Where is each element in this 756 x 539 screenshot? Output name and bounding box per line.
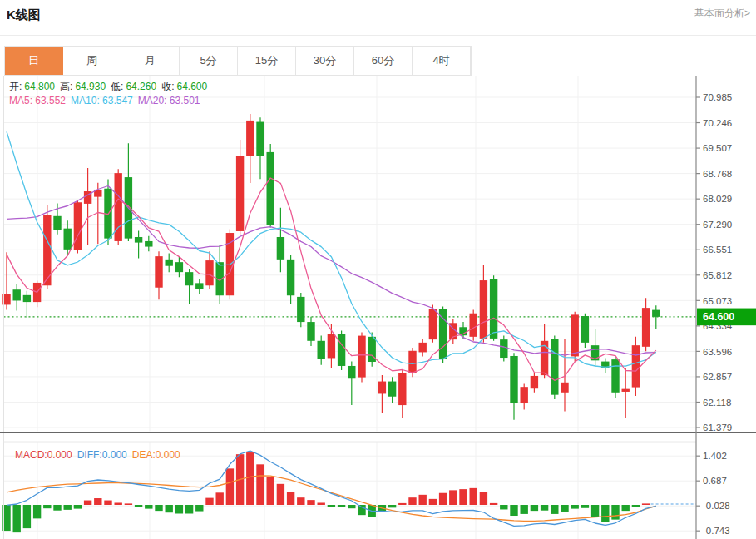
macd-bar xyxy=(622,505,630,511)
macd-bar xyxy=(318,502,325,505)
macd-bar xyxy=(348,505,355,508)
current-price-tag-value: 64.600 xyxy=(703,311,734,323)
candle-body xyxy=(429,309,437,339)
candle-body xyxy=(166,260,173,266)
candle-body xyxy=(490,279,497,338)
candle-body xyxy=(64,229,72,250)
axis-tick-label: 61.379 xyxy=(703,423,732,433)
macd-bar xyxy=(175,505,183,513)
ma-legend-ma20: MA20: 63.501 xyxy=(138,95,203,106)
macd-bar xyxy=(256,464,264,505)
candle-body xyxy=(53,216,61,230)
candle-body xyxy=(470,314,477,337)
candle-body xyxy=(571,314,579,356)
macd-bar xyxy=(551,505,558,514)
ma-legend-ma5-text: MA5: 63.552 xyxy=(9,95,66,106)
axis-tick-label: 62.118 xyxy=(703,398,731,408)
candle-body xyxy=(205,260,213,285)
axis-tick-label: 66.551 xyxy=(703,245,732,255)
macd-bar xyxy=(459,489,467,505)
macd-bar xyxy=(419,495,427,505)
macd-bar xyxy=(226,468,234,505)
macd-legend: MACD:0.000DIFF:0.000DEA:0.000 xyxy=(15,449,185,461)
candle-body xyxy=(155,256,162,288)
candle-body xyxy=(267,152,274,225)
macd-bar xyxy=(287,492,294,505)
ma-legend-ma20-text: MA20: 63.501 xyxy=(138,95,200,106)
macd-bar xyxy=(246,452,254,505)
ohlc-legend: 开:64.800高:64.930低:64.260收:64.600 xyxy=(9,80,212,94)
ohlc-low: 低:64.260 xyxy=(111,80,159,94)
macd-bar xyxy=(358,505,365,515)
dea-line xyxy=(7,476,656,522)
ohlc-close: 收:64.600 xyxy=(161,80,210,94)
macd-bar xyxy=(297,497,304,505)
ma-legend: MA5: 63.552MA10: 63.547MA20: 63.501 xyxy=(9,95,205,106)
macd-bar xyxy=(64,505,72,510)
candle-body xyxy=(581,316,589,343)
candle-body xyxy=(378,382,386,394)
axis-tick-label: 70.246 xyxy=(703,118,732,128)
axis-tick-label: -0.743 xyxy=(703,526,730,536)
macd-bar xyxy=(490,503,497,505)
macd-bar xyxy=(510,505,517,516)
axis-tick-label: 67.290 xyxy=(703,220,732,230)
macd-legend-dea-text: DEA:0.000 xyxy=(132,449,180,461)
macd-bar xyxy=(388,505,396,507)
candle-body xyxy=(398,373,406,405)
ohlc-close-label: 收: xyxy=(161,81,174,92)
macd-bar xyxy=(521,505,528,514)
macd-bar xyxy=(591,505,599,517)
macd-bar xyxy=(43,505,51,508)
macd-bar xyxy=(429,499,437,505)
candle-body xyxy=(561,383,568,393)
candle-body xyxy=(13,289,21,300)
ohlc-open-value: 64.800 xyxy=(24,81,55,92)
candle-body xyxy=(358,336,365,378)
candle-body xyxy=(408,351,416,373)
candle-body xyxy=(632,345,640,387)
candle-body xyxy=(439,309,447,359)
macd-bar xyxy=(195,505,203,512)
candle-body xyxy=(551,339,558,395)
candle-body xyxy=(23,295,31,302)
candle-body xyxy=(328,334,335,359)
macd-bar xyxy=(500,505,507,509)
macd-bar xyxy=(267,477,274,505)
diff-line xyxy=(7,451,656,526)
candle-body xyxy=(611,359,619,393)
candle-body xyxy=(318,341,325,359)
macd-bar xyxy=(125,503,132,505)
macd-bar xyxy=(642,503,650,505)
macd-bar xyxy=(33,505,41,518)
macd-bar xyxy=(480,492,487,505)
ma-legend-ma10: MA10: 63.547 xyxy=(71,95,136,106)
macd-legend-macd: MACD:0.000 xyxy=(15,449,75,461)
macd-bar xyxy=(338,505,345,507)
axis-tick-label: 68.029 xyxy=(703,194,732,204)
candle-body xyxy=(277,237,284,260)
candle-body xyxy=(307,322,314,341)
macd-bar xyxy=(611,505,619,520)
ma-legend-ma5: MA5: 63.552 xyxy=(9,95,68,106)
candle-body xyxy=(348,366,355,378)
ohlc-open: 开:64.800 xyxy=(9,80,57,94)
candle-body xyxy=(642,308,650,347)
macd-bar xyxy=(581,505,589,508)
macd-bar xyxy=(632,505,640,507)
candle-body xyxy=(510,356,517,403)
axis-tick-label: 65.812 xyxy=(703,270,732,280)
axis-tick-label: 65.073 xyxy=(703,296,732,306)
macd-bar xyxy=(74,505,82,509)
macd-bar xyxy=(104,501,111,505)
candle-body xyxy=(175,262,183,272)
candle-body xyxy=(388,382,396,397)
macd-bar xyxy=(166,505,173,512)
axis-tick-label: 68.768 xyxy=(703,169,732,179)
candle-body xyxy=(500,339,507,358)
macd-bar xyxy=(307,500,314,505)
macd-bar xyxy=(601,505,609,522)
candle-body xyxy=(246,121,254,156)
candle-body xyxy=(236,156,244,231)
macd-bar xyxy=(94,498,101,505)
